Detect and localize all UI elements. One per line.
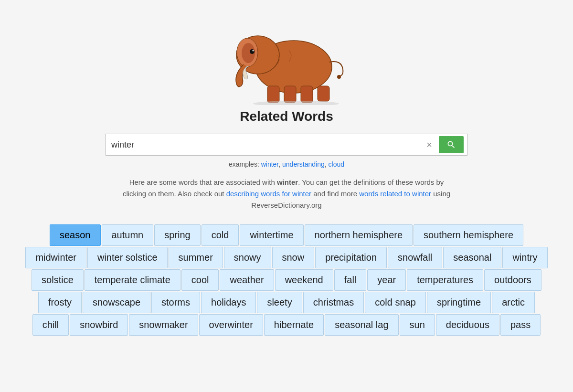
word-tag[interactable]: snowbird bbox=[70, 314, 128, 336]
word-tag[interactable]: outdoors bbox=[484, 269, 541, 291]
svg-rect-9 bbox=[318, 86, 329, 101]
description: Here are some words that are associated … bbox=[119, 177, 454, 211]
search-icon bbox=[446, 140, 456, 149]
search-input[interactable] bbox=[109, 137, 423, 153]
word-tag[interactable]: overwinter bbox=[199, 314, 263, 336]
svg-point-4 bbox=[250, 49, 255, 54]
word-tag[interactable]: frosty bbox=[38, 292, 82, 313]
elephant-icon bbox=[220, 10, 353, 105]
word-tag[interactable]: cold bbox=[202, 224, 239, 246]
elephant-logo bbox=[220, 10, 353, 105]
word-tag[interactable]: weekend bbox=[275, 269, 333, 291]
word-tag[interactable]: winter solstice bbox=[87, 247, 168, 268]
word-tag[interactable]: snow bbox=[272, 247, 315, 268]
svg-rect-7 bbox=[284, 86, 296, 103]
word-tag[interactable]: summer bbox=[169, 247, 223, 268]
word-tag[interactable]: snowfall bbox=[388, 247, 442, 268]
word-tag[interactable]: chill bbox=[32, 314, 69, 336]
clear-button[interactable]: × bbox=[423, 138, 436, 151]
word-tag[interactable]: snowy bbox=[224, 247, 271, 268]
word-tag[interactable]: northern hemisphere bbox=[305, 224, 413, 246]
example-link-cloud[interactable]: cloud bbox=[329, 160, 344, 168]
word-tag[interactable]: deciduous bbox=[436, 314, 499, 336]
search-bar: × bbox=[105, 134, 468, 156]
words-grid: seasonautumnspringcoldwintertimenorthern… bbox=[24, 224, 549, 336]
word-tag[interactable]: midwinter bbox=[25, 247, 86, 268]
word-tag[interactable]: snowmaker bbox=[129, 314, 198, 336]
word-tag[interactable]: temperatures bbox=[407, 269, 483, 291]
example-link-winter[interactable]: winter bbox=[261, 160, 279, 168]
word-tag[interactable]: autumn bbox=[102, 224, 154, 246]
word-tag[interactable]: storms bbox=[151, 292, 200, 313]
word-tag[interactable]: seasonal lag bbox=[325, 314, 398, 336]
word-tag[interactable]: cool bbox=[181, 269, 219, 291]
svg-rect-6 bbox=[267, 86, 279, 103]
example-link-understanding[interactable]: understanding bbox=[282, 160, 325, 168]
word-tag[interactable]: wintry bbox=[502, 247, 547, 268]
word-tag[interactable]: spring bbox=[154, 224, 200, 246]
search-button[interactable] bbox=[439, 136, 464, 153]
word-tag[interactable]: christmas bbox=[303, 292, 364, 313]
word-tag[interactable]: snowscape bbox=[83, 292, 150, 313]
related-words-link[interactable]: words related to winter bbox=[359, 190, 431, 198]
describing-words-link[interactable]: describing words for winter bbox=[226, 190, 311, 198]
word-tag[interactable]: fall bbox=[334, 269, 367, 291]
word-tag[interactable]: precipitation bbox=[315, 247, 387, 268]
word-tag[interactable]: sleety bbox=[257, 292, 302, 313]
word-tag[interactable]: springtime bbox=[427, 292, 491, 313]
word-tag[interactable]: cold snap bbox=[365, 292, 426, 313]
svg-rect-8 bbox=[301, 86, 313, 103]
word-tag[interactable]: wintertime bbox=[240, 224, 303, 246]
word-tag[interactable]: holidays bbox=[201, 292, 256, 313]
word-tag[interactable]: temperate climate bbox=[85, 269, 180, 291]
word-tag[interactable]: southern hemisphere bbox=[414, 224, 523, 246]
word-tag[interactable]: pass bbox=[500, 314, 541, 336]
word-tag[interactable]: seasonal bbox=[443, 247, 501, 268]
svg-point-5 bbox=[253, 50, 254, 52]
word-tag[interactable]: season bbox=[50, 224, 101, 246]
site-title: Related Words bbox=[240, 109, 333, 124]
word-tag[interactable]: sun bbox=[400, 314, 435, 336]
word-tag[interactable]: solstice bbox=[32, 269, 84, 291]
word-tag[interactable]: weather bbox=[220, 269, 274, 291]
examples-row: examples: winter, understanding, cloud bbox=[229, 160, 344, 168]
word-tag[interactable]: year bbox=[367, 269, 406, 291]
word-tag[interactable]: hibernate bbox=[264, 314, 324, 336]
word-tag[interactable]: arctic bbox=[492, 292, 535, 313]
svg-point-10 bbox=[337, 75, 341, 79]
